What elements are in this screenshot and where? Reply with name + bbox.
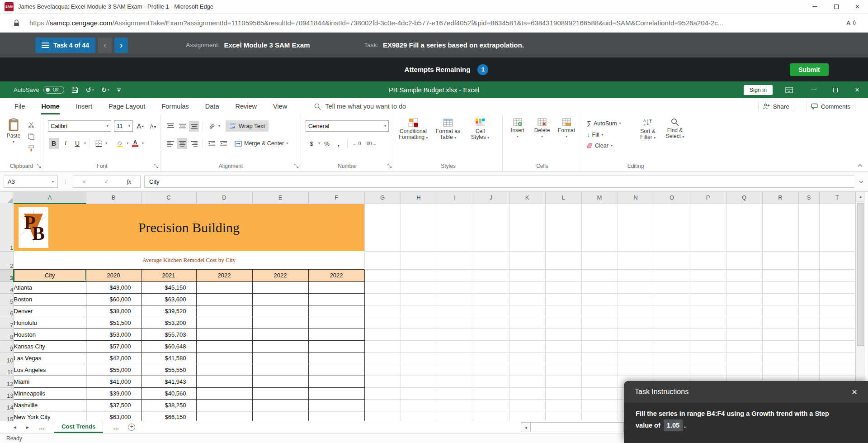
increase-decimal-button[interactable]: ←.0: [351, 138, 362, 149]
cell-I15[interactable]: [437, 411, 473, 421]
cell-G7[interactable]: [364, 317, 401, 329]
cell-C4[interactable]: $45,150: [141, 281, 196, 293]
cell-G6[interactable]: [364, 305, 401, 317]
cell-K8[interactable]: [509, 329, 545, 340]
cell-S7[interactable]: [798, 317, 819, 329]
previous-task-button[interactable]: ‹: [98, 38, 112, 53]
comments-button[interactable]: Comments: [806, 101, 855, 112]
cell-N6[interactable]: [618, 305, 654, 317]
expand-formula-bar-button[interactable]: [854, 181, 868, 183]
cell-H8[interactable]: [401, 329, 437, 340]
cell-C15[interactable]: $66,150: [141, 411, 196, 421]
column-header-D[interactable]: D: [196, 192, 252, 204]
row-header-7[interactable]: 7: [0, 317, 14, 329]
cell-J8[interactable]: [473, 329, 509, 340]
cell-J3[interactable]: [473, 269, 509, 281]
cell-B14[interactable]: $37,500: [86, 399, 141, 411]
cell-M10[interactable]: [581, 352, 618, 364]
cell-J15[interactable]: [473, 411, 509, 421]
cell-K11[interactable]: [509, 364, 545, 376]
cell-J11[interactable]: [473, 364, 509, 376]
cell-S4[interactable]: [798, 281, 819, 293]
cell-F7[interactable]: [308, 317, 364, 329]
cell-J10[interactable]: [473, 352, 509, 364]
cell-L7[interactable]: [545, 317, 581, 329]
cell-P6[interactable]: [690, 305, 726, 317]
select-all-corner[interactable]: [0, 192, 14, 204]
cell-H9[interactable]: [401, 340, 437, 352]
cell-A14[interactable]: Nashville: [14, 399, 86, 411]
save-button[interactable]: [71, 86, 78, 93]
insert-cells-button[interactable]: Insert ▾: [506, 118, 529, 138]
cell-K15[interactable]: [509, 411, 545, 421]
cell-C13[interactable]: $40,560: [141, 387, 196, 399]
cell-D11[interactable]: [196, 364, 252, 376]
cell-O2[interactable]: [654, 251, 690, 269]
cell-E3[interactable]: 2022: [252, 269, 308, 281]
cell-C10[interactable]: $41,580: [141, 352, 196, 364]
decrease-font-size-button[interactable]: A▼: [148, 121, 158, 132]
browser-close-button[interactable]: ×: [847, 0, 868, 13]
wrap-text-button[interactable]: Wrap Text: [226, 120, 269, 132]
bottom-align-button[interactable]: [189, 121, 199, 132]
copy-button[interactable]: [28, 133, 34, 140]
cell-A7[interactable]: Honolulu: [14, 317, 86, 329]
insert-function-button[interactable]: fx: [127, 178, 131, 186]
cell-F15[interactable]: [308, 411, 364, 421]
sheet-scroll-ellipsis-left[interactable]: …: [39, 421, 45, 433]
cell-C9[interactable]: $60,648: [141, 340, 196, 352]
cell-R1[interactable]: [762, 204, 798, 251]
column-header-T[interactable]: T: [819, 192, 855, 204]
cell-H11[interactable]: [401, 364, 437, 376]
percent-style-button[interactable]: %: [322, 138, 332, 149]
cell-K2[interactable]: [509, 251, 545, 269]
increase-font-size-button[interactable]: A▲: [136, 120, 146, 131]
conditional-formatting-button[interactable]: ConditionalFormatting ▾: [396, 118, 430, 140]
clear-button[interactable]: Clear ▾: [587, 143, 613, 149]
share-button[interactable]: Share: [758, 101, 794, 112]
customize-quick-access-toolbar-button[interactable]: [117, 88, 121, 92]
ribbon-tab-insert[interactable]: Insert: [76, 98, 92, 114]
cell-L15[interactable]: [545, 411, 581, 421]
font-color-button[interactable]: A: [130, 138, 140, 149]
cell-D4[interactable]: [196, 281, 252, 293]
cell-O8[interactable]: [654, 329, 690, 340]
row-header-9[interactable]: 9: [0, 340, 14, 352]
cell-J12[interactable]: [473, 376, 509, 387]
cell-I10[interactable]: [437, 352, 473, 364]
cell-D7[interactable]: [196, 317, 252, 329]
sheet-tab-cost-trends[interactable]: Cost Trends: [54, 421, 103, 433]
cell-G9[interactable]: [364, 340, 401, 352]
clipboard-dialog-launcher[interactable]: [37, 164, 41, 168]
lock-icon[interactable]: [14, 19, 19, 27]
cell-C3[interactable]: 2021: [141, 269, 196, 281]
row-header-10[interactable]: 10: [0, 352, 14, 364]
row-header-13[interactable]: 13: [0, 387, 14, 399]
underline-button[interactable]: U: [72, 138, 82, 149]
cell-P7[interactable]: [690, 317, 726, 329]
cell-H1[interactable]: [401, 204, 437, 251]
cell-S9[interactable]: [798, 340, 819, 352]
cell-N2[interactable]: [618, 251, 654, 269]
italic-button[interactable]: I: [61, 138, 71, 149]
column-header-P[interactable]: P: [690, 192, 726, 204]
cell-G4[interactable]: [364, 281, 401, 293]
vertical-scrollbar-thumb[interactable]: [857, 203, 864, 346]
number-dialog-launcher[interactable]: [387, 164, 392, 168]
cell-O1[interactable]: [654, 204, 690, 251]
cell-D14[interactable]: [196, 399, 252, 411]
cell-M12[interactable]: [581, 376, 618, 387]
column-header-L[interactable]: L: [545, 192, 581, 204]
cell-T9[interactable]: [819, 340, 855, 352]
row-header-15[interactable]: 15: [0, 411, 14, 421]
cell-N1[interactable]: [618, 204, 654, 251]
ribbon-tab-home[interactable]: Home: [41, 98, 59, 114]
cell-E15[interactable]: [252, 411, 308, 421]
cell-N9[interactable]: [618, 340, 654, 352]
close-icon[interactable]: ×: [852, 387, 857, 396]
cell-E8[interactable]: [252, 329, 308, 340]
cell-T10[interactable]: [819, 352, 855, 364]
cell-B13[interactable]: $39,000: [86, 387, 141, 399]
format-as-table-button[interactable]: Format asTable ▾: [431, 118, 465, 140]
column-header-N[interactable]: N: [618, 192, 654, 204]
